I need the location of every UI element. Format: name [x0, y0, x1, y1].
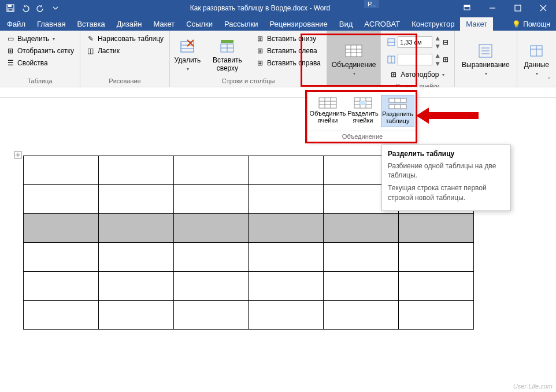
align-label: Выравнивание	[462, 61, 510, 69]
page[interactable]	[0, 98, 556, 330]
tab-view[interactable]: Вид	[333, 17, 359, 31]
svg-rect-44	[360, 101, 366, 105]
spinner-down[interactable]: ▼	[434, 42, 441, 50]
autofit-icon: ⊞	[389, 70, 398, 79]
insert-above-button[interactable]: Вставить сверху	[203, 33, 252, 76]
col-width-input[interactable]	[398, 54, 432, 65]
alignment-button[interactable]: Выравнивание▾	[458, 33, 513, 86]
tab-file[interactable]: Файл	[1, 17, 31, 31]
properties-button[interactable]: ☰Свойства	[3, 57, 76, 69]
spinner-up[interactable]: ▲	[434, 51, 441, 60]
tooltip-title: Разделить таблицу	[388, 150, 505, 158]
tooltip-line1: Разбиение одной таблицы на две таблицы.	[388, 161, 505, 180]
svg-rect-48	[389, 105, 406, 109]
merge-dropdown-panel: Объединитьячейки Разделитьячейки Раздели…	[307, 91, 417, 142]
merge-cells-button[interactable]: Объединитьячейки	[310, 95, 345, 127]
merge-cells-icon	[318, 97, 337, 109]
delete-button[interactable]: Удалить▾	[173, 33, 202, 76]
tab-acrobat[interactable]: ACROBAT	[358, 17, 406, 31]
lightbulb-icon: 💡	[512, 20, 521, 28]
split-cells-icon	[354, 97, 372, 109]
tab-constructor[interactable]: Конструктор	[406, 17, 460, 31]
svg-rect-18	[346, 45, 362, 57]
distribute-rows-icon[interactable]: ⊟	[443, 38, 448, 46]
table-row[interactable]	[24, 243, 474, 272]
split-cells-button[interactable]: Разделитьячейки	[346, 95, 380, 127]
tab-mailings[interactable]: Рассылки	[218, 17, 264, 31]
tab-layout[interactable]: Макет	[147, 17, 180, 31]
tell-me-help[interactable]: 💡 Помощн	[506, 18, 556, 31]
merge-icon	[344, 42, 363, 60]
collapse-ribbon-button[interactable]: ˆ	[544, 76, 554, 86]
gridlines-label: Отобразить сетку	[17, 47, 74, 55]
spinner-down[interactable]: ▼	[434, 60, 441, 68]
split-cells-label: Разделитьячейки	[347, 110, 378, 124]
tab-references[interactable]: Ссылки	[180, 17, 218, 31]
align-icon	[476, 42, 495, 60]
table-move-handle-icon[interactable]	[14, 151, 22, 159]
minimize-button[interactable]	[480, 0, 505, 16]
table-row[interactable]	[24, 301, 474, 330]
group-rowscols-label: Строки и столбцы	[173, 76, 323, 86]
insert-right-button[interactable]: ⊞Вставить справа	[253, 57, 323, 69]
insert-below-button[interactable]: ⊞Вставить снизу	[253, 33, 323, 45]
insert-right-label: Вставить справа	[267, 59, 321, 67]
ribbon-tabs: Файл Главная Вставка Дизайн Макет Ссылки…	[0, 16, 556, 31]
chevron-down-icon: ▾	[442, 72, 444, 77]
group-table-label: Таблица	[3, 76, 76, 86]
spinner-up[interactable]: ▲	[434, 34, 441, 42]
eraser-label: Ластик	[98, 47, 120, 55]
tab-design[interactable]: Дизайн	[111, 17, 148, 31]
data-icon	[527, 42, 546, 60]
group-merge: Объединение▾	[327, 31, 381, 87]
chevron-down-icon: ▾	[187, 66, 189, 72]
group-draw-label: Рисование	[84, 76, 166, 86]
tab-table-layout[interactable]: Макет	[460, 17, 493, 31]
ribbon-options-button[interactable]	[454, 0, 480, 16]
svg-rect-45	[389, 98, 406, 102]
svg-rect-2	[8, 9, 13, 11]
split-table-tooltip: Разделить таблицу Разбиение одной таблиц…	[381, 145, 511, 211]
ribbon: ▭Выделить▾ ⊞Отобразить сетку ☰Свойства Т…	[0, 31, 556, 87]
col-width-icon	[387, 55, 396, 64]
draw-table-button[interactable]: ✎Нарисовать таблицу	[84, 33, 166, 45]
select-button[interactable]: ▭Выделить▾	[3, 33, 76, 45]
table-row-selected[interactable]	[24, 214, 474, 243]
chevron-down-icon: ▾	[53, 36, 55, 42]
undo-button[interactable]	[18, 1, 32, 15]
chevron-down-icon: ▾	[353, 71, 355, 76]
tab-review[interactable]: Рецензирование	[264, 17, 333, 31]
watermark: User-Life.com	[513, 383, 553, 390]
table-row[interactable]	[24, 272, 474, 301]
ruler[interactable]	[0, 87, 556, 98]
data-label: Данные	[524, 61, 549, 69]
qat-customize[interactable]	[49, 1, 62, 15]
autofit-label: Автоподбор	[401, 71, 439, 79]
autofit-button[interactable]: ⊞Автоподбор▾	[387, 69, 448, 80]
close-button[interactable]	[531, 0, 556, 16]
window-title: Как разорвать таблицу в Ворде.docx - Wor…	[66, 4, 454, 12]
titlebar: Как разорвать таблицу в Ворде.docx - Wor…	[0, 0, 556, 16]
delete-icon	[178, 37, 197, 56]
merge-dropdown[interactable]: Объединение▾	[331, 33, 377, 86]
distribute-cols-icon[interactable]: ⊞	[443, 56, 448, 64]
svg-rect-1	[8, 5, 12, 7]
split-table-button[interactable]: Разделитьтаблицу	[381, 95, 414, 127]
merge-cells-label: Объединитьячейки	[310, 110, 346, 124]
tab-insert[interactable]: Вставка	[71, 17, 110, 31]
save-button[interactable]	[3, 1, 17, 15]
group-rows-cols: Удалить▾ Вставить сверху ⊞Вставить снизу…	[170, 31, 327, 87]
tab-home[interactable]: Главная	[31, 17, 71, 31]
row-height-input[interactable]: 1,33 см	[398, 36, 432, 48]
maximize-button[interactable]	[505, 0, 531, 16]
insert-left-button[interactable]: ⊞Вставить слева	[253, 45, 323, 57]
cursor-icon: ▭	[6, 34, 15, 43]
svg-rect-9	[181, 42, 194, 52]
delete-label: Удалить	[175, 56, 201, 64]
view-gridlines-button[interactable]: ⊞Отобразить сетку	[3, 45, 76, 57]
redo-button[interactable]	[34, 1, 47, 15]
split-table-label: Разделитьтаблицу	[382, 110, 413, 124]
eraser-button[interactable]: ◫Ластик	[84, 45, 166, 57]
svg-rect-34	[319, 98, 336, 108]
popup-group-label: Объединение	[308, 131, 417, 142]
